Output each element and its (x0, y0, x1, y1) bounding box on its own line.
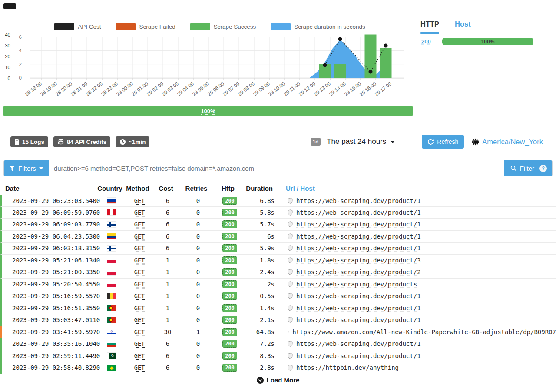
http-status-badge[interactable]: 200 (222, 364, 237, 372)
method-link[interactable]: GET (134, 233, 145, 240)
method-link[interactable]: GET (134, 281, 145, 288)
svg-text:28 23:00: 28 23:00 (100, 81, 119, 97)
log-row[interactable]: 2023-09-29 05:20:50.4550GET102002shttps:… (0, 279, 556, 291)
method-link[interactable]: GET (134, 257, 145, 264)
filter-apply-button[interactable]: Filter ? (504, 160, 552, 176)
log-row[interactable]: 2023-09-29 06:09:59.0760GET602005.8shttp… (0, 207, 556, 219)
log-row[interactable]: 2023-09-29 05:16:59.5570GET102000.5shttp… (0, 290, 556, 302)
log-url-link[interactable]: https://web-scraping.dev/product/1 (296, 352, 421, 359)
log-row[interactable]: 2023-09-29 02:58:40.8290GET602002.8shttp… (0, 362, 556, 374)
tab-host[interactable]: Host (455, 20, 471, 34)
filter-query-input[interactable] (49, 160, 504, 176)
funnel-icon (9, 166, 15, 171)
method-link[interactable]: GET (134, 305, 145, 312)
log-cost: 1 (154, 292, 182, 299)
svg-text:10: 10 (5, 65, 10, 70)
brazil-flag-icon (107, 365, 116, 371)
log-duration: 6s (245, 233, 283, 240)
log-retries: 0 (182, 364, 215, 371)
filter-apply-label: Filter (520, 165, 534, 172)
log-row[interactable]: 2023-09-29 05:16:51.3550GET102001.4shttp… (0, 302, 556, 315)
http-status-badge[interactable]: 200 (222, 328, 237, 336)
log-row[interactable]: 2023-09-29 06:09:03.7790GET602005.7shttp… (0, 219, 556, 231)
log-row[interactable]: 2023-09-29 06:03:18.3150GET602005.9shttp… (0, 243, 556, 255)
refresh-button[interactable]: Refresh (422, 135, 464, 149)
log-url-link[interactable]: https://web-scraping.dev/product/1 (296, 316, 421, 323)
log-url-link[interactable]: https://web-scraping.dev/product/1 (296, 197, 421, 204)
http-status-badge[interactable]: 200 (222, 316, 237, 324)
bulgaria-flag-icon (107, 341, 116, 347)
clock-icon (119, 139, 126, 145)
http-status-badge[interactable]: 200 (222, 352, 237, 360)
log-date: 2023-09-29 03:35:16.1040 (2, 340, 98, 347)
log-url-link[interactable]: https://web-scraping.dev/product/1 (296, 221, 421, 228)
stats-row: 15 Logs 84 API Credits ~1min 1d The past… (0, 134, 556, 149)
method-link[interactable]: GET (134, 292, 145, 299)
log-url-link[interactable]: https://www.amazon.com/All-new-Kindle-Pa… (292, 329, 556, 336)
http-status-badge[interactable]: 200 (222, 220, 237, 228)
svg-text:29 13:00: 29 13:00 (313, 81, 332, 97)
log-url-link[interactable]: https://web-scraping.dev/product/1 (296, 233, 421, 240)
svg-text:29 03:00: 29 03:00 (161, 81, 180, 97)
load-more-button[interactable]: Load More (257, 376, 300, 384)
log-retries: 0 (182, 197, 215, 204)
svg-text:4: 4 (19, 48, 22, 53)
log-row[interactable]: 2023-09-29 06:04:23.5300GET602006shttps:… (0, 231, 556, 243)
log-row[interactable]: 2023-09-29 05:21:00.3350GET102002.4shttp… (0, 266, 556, 279)
log-cost: 6 (154, 340, 182, 347)
log-url-link[interactable]: https://web-scraping.dev/product/2 (296, 269, 421, 276)
log-cost: 30 (154, 329, 182, 336)
http-status-badge[interactable]: 200 (222, 304, 237, 312)
log-row[interactable]: 2023-09-29 06:23:03.5400GET602006.8shttp… (0, 195, 556, 207)
http-status-badge[interactable]: 200 (222, 244, 237, 252)
http-status-badge[interactable]: 200 (222, 256, 237, 264)
method-link[interactable]: GET (134, 197, 145, 204)
search-icon (510, 165, 516, 171)
method-link[interactable]: GET (134, 364, 145, 371)
log-row[interactable]: 2023-09-29 02:59:11.4490GET602008.3shttp… (0, 350, 556, 362)
method-link[interactable]: GET (134, 329, 145, 336)
log-url-link[interactable]: https://web-scraping.dev/product/1 (296, 340, 421, 347)
timezone-link[interactable]: America/New_York (472, 138, 543, 146)
http-status-badge[interactable]: 200 (222, 292, 237, 300)
method-link[interactable]: GET (134, 352, 145, 359)
svg-text:2: 2 (19, 62, 22, 67)
log-table: DateCountryMethodCostRetriesHttpDuration… (0, 182, 556, 374)
log-url-link[interactable]: https://web-scraping.dev/product/1 (296, 292, 421, 299)
help-icon[interactable]: ? (539, 165, 547, 172)
svg-text:29 06:00: 29 06:00 (207, 81, 225, 97)
log-row[interactable]: 2023-09-29 05:21:06.1340GET102001.8shttp… (0, 255, 556, 267)
tab-http[interactable]: HTTP (420, 20, 439, 34)
log-retries: 0 (182, 316, 215, 323)
log-url-link[interactable]: https://web-scraping.dev/product/1 (296, 209, 421, 216)
method-link[interactable]: GET (134, 221, 145, 228)
http-status-badge[interactable]: 200 (222, 209, 237, 216)
log-url-link[interactable]: https://web-scraping.dev/product/1 (296, 245, 421, 252)
http-status-badge[interactable]: 200 (222, 233, 237, 240)
http-status-badge[interactable]: 200 (222, 340, 237, 348)
load-more-label: Load More (267, 376, 300, 384)
method-link[interactable]: GET (134, 316, 145, 323)
http-status-badge[interactable]: 200 (222, 197, 237, 205)
filters-dropdown-button[interactable]: Filters (4, 160, 49, 176)
log-url-link[interactable]: https://web-scraping.dev/product/1 (296, 305, 421, 312)
log-row[interactable]: 2023-09-29 03:41:59.5970GET30120064.8sht… (0, 326, 556, 339)
log-date: 2023-09-29 05:21:06.1340 (2, 257, 98, 264)
log-url-link[interactable]: https://web-scraping.dev/product/3 (296, 257, 421, 264)
time-range-dropdown[interactable]: The past 24 hours (327, 137, 395, 146)
http-status-badge[interactable]: 200 (222, 280, 237, 288)
log-row[interactable]: 2023-09-29 05:03:47.0110GET102002.1shttp… (0, 314, 556, 326)
log-url-link[interactable]: https://web-scraping.dev/products (296, 281, 417, 288)
http-status-badge[interactable]: 200 (222, 268, 237, 276)
method-link[interactable]: GET (134, 340, 145, 347)
log-duration: 7.2s (245, 340, 283, 347)
log-url-link[interactable]: https://httpbin.dev/anything (296, 364, 399, 371)
method-link[interactable]: GET (134, 245, 145, 252)
coins-icon (57, 139, 64, 145)
finland-flag-icon (107, 246, 116, 251)
log-row[interactable]: 2023-09-29 03:35:16.1040GET602007.2shttp… (0, 338, 556, 350)
http-code-link[interactable]: 200 (421, 38, 438, 45)
method-link[interactable]: GET (134, 209, 145, 216)
log-duration: 6.8s (245, 197, 283, 204)
method-link[interactable]: GET (134, 269, 145, 276)
